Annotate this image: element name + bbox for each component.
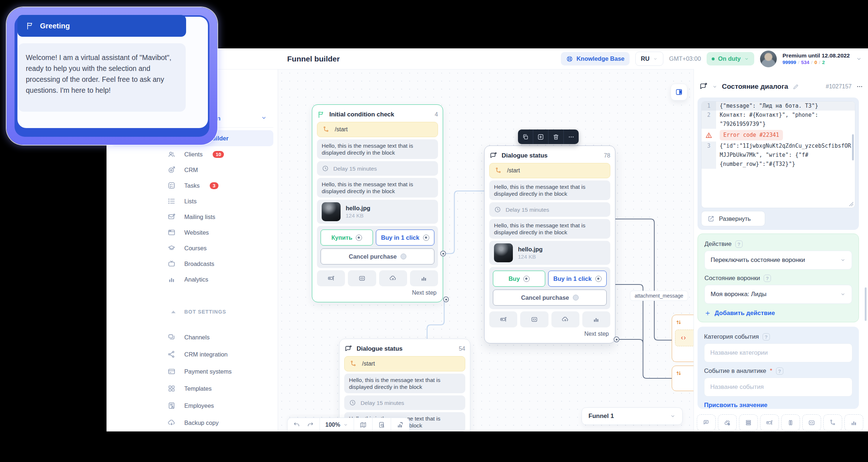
message-block[interactable]: Hello, this is the message text that is … <box>317 139 438 159</box>
add-list-button[interactable] <box>739 414 758 431</box>
flow-block-dialogue-status[interactable]: Dialogue status 78 /start Hello, this is… <box>484 146 615 343</box>
wire-label[interactable]: attachment_message <box>630 291 688 301</box>
connector-circle-icon[interactable] <box>573 295 579 300</box>
code-line[interactable]: 1 {"message": "Лид на бота. ТЗ"} <box>702 101 855 111</box>
sidebar-item-clients[interactable]: Clients 10 <box>168 146 277 162</box>
mini-block-sheets[interactable] <box>672 315 694 362</box>
resize-handle-icon[interactable] <box>849 202 853 206</box>
message-block[interactable]: Hello, this is the message text that is … <box>344 374 465 393</box>
sidebar-item-analytics[interactable]: Analytics <box>168 271 277 287</box>
trigger-start[interactable]: /start <box>317 122 438 137</box>
flow-block-initial-condition[interactable]: Initial condition check 4 /start Hello, … <box>312 104 443 302</box>
connector-radio-icon[interactable] <box>523 276 530 282</box>
analytics-event-input[interactable] <box>704 378 852 397</box>
rename-tool-button[interactable] <box>489 311 517 327</box>
attachment-block[interactable]: hello.jpg 124 KB <box>489 241 610 265</box>
rename-tool-button[interactable] <box>317 270 345 286</box>
avatar[interactable] <box>760 51 777 67</box>
funnel-selector[interactable]: Funnel 1 <box>582 407 683 425</box>
sidebar-item-channels[interactable]: Channels <box>168 329 277 345</box>
message-block[interactable]: Hello, this is the message text that is … <box>317 178 438 198</box>
cancel-purchase-button[interactable]: Cancel purchase <box>321 248 434 264</box>
ellipsis-icon[interactable] <box>856 83 863 90</box>
funnel-canvas[interactable]: attachment_message Initial condition che… <box>278 69 694 431</box>
add-branch-button[interactable] <box>823 414 842 431</box>
toggle-panel-button[interactable] <box>671 84 687 100</box>
code-slot[interactable] <box>675 330 694 346</box>
sidebar-item-broadcasts[interactable]: Broadcasts <box>168 256 277 272</box>
stats-tool-button[interactable] <box>582 311 610 327</box>
redo-icon[interactable] <box>307 421 314 429</box>
delay-block[interactable]: Delay 15 minutes <box>489 202 610 217</box>
add-code-button[interactable] <box>802 414 821 431</box>
add-field-button[interactable] <box>760 414 779 431</box>
connector-port[interactable] <box>614 336 619 342</box>
add-message-button[interactable] <box>697 414 716 431</box>
connector-port[interactable] <box>443 296 449 302</box>
chevron-down-icon[interactable] <box>712 84 718 89</box>
refresh-stats-button[interactable] <box>391 418 409 431</box>
delay-block[interactable]: Delay 15 minutes <box>344 395 465 410</box>
help-icon[interactable]: ? <box>764 275 771 282</box>
pencil-icon[interactable] <box>792 83 799 90</box>
message-block[interactable]: Hello, this is the message text that is … <box>489 219 610 239</box>
sidebar-item-crm[interactable]: CRM <box>168 162 277 178</box>
attachment-block[interactable]: hello.jpg 124 KB <box>317 200 438 224</box>
trigger-start[interactable]: /start <box>344 356 465 371</box>
add-action-link[interactable]: Добавить действие <box>704 310 852 317</box>
account-chevron-icon[interactable] <box>856 56 862 62</box>
funnel-state-select[interactable]: Моя воронка: Лиды <box>704 285 852 304</box>
sidebar-item-backup-copy[interactable]: Backup copy <box>168 415 277 431</box>
zoom-dropdown[interactable]: 100% <box>320 418 354 431</box>
undo-icon[interactable] <box>293 421 300 429</box>
code-line[interactable]: 2 Контакт: #{Контакт}", "phone": "792619… <box>702 111 855 129</box>
sidebar-item-mailing-lists[interactable]: Mailing lists <box>168 209 277 225</box>
popup-header[interactable]: Greeting <box>17 15 186 37</box>
sidebar-item-websites[interactable]: Websites <box>168 224 277 240</box>
help-icon[interactable]: ? <box>763 333 770 340</box>
buy-one-click-button[interactable]: Buy in 1 click <box>548 271 607 287</box>
next-step[interactable]: Next step <box>489 330 610 338</box>
sidebar-item-tasks[interactable]: Tasks 3 <box>168 178 277 194</box>
help-icon[interactable]: ? <box>735 240 743 248</box>
connector-circle-icon[interactable] <box>401 254 406 259</box>
sidebar-item-lists[interactable]: Lists <box>168 193 277 209</box>
knowledge-base-button[interactable]: Knowledge Base <box>561 52 630 65</box>
greeting-popup[interactable]: Greeting Welcome! I am a virtual assista… <box>7 7 217 145</box>
buy-one-click-button[interactable]: Buy in 1 click <box>376 230 434 246</box>
help-icon[interactable]: ? <box>776 367 783 375</box>
connector-port[interactable] <box>440 251 446 256</box>
action-select[interactable]: Переключить состояние воронки <box>704 251 852 270</box>
sidebar-item-templates[interactable]: Templates <box>168 381 277 397</box>
upload-tool-button[interactable] <box>379 270 407 286</box>
scrollbar-thumb[interactable] <box>852 134 854 160</box>
sidebar-item-employees[interactable]: Employees <box>168 398 277 414</box>
buy-button[interactable]: Купить <box>321 230 373 246</box>
sidebar-item-courses[interactable]: Courses <box>168 240 277 256</box>
code-tool-button[interactable] <box>520 311 548 327</box>
add-block-button[interactable] <box>533 130 548 144</box>
add-chart-button[interactable] <box>844 414 863 431</box>
code-tool-button[interactable] <box>348 270 376 286</box>
copy-block-button[interactable] <box>518 130 533 144</box>
event-category-input[interactable] <box>704 343 852 362</box>
connector-radio-icon[interactable] <box>356 235 362 241</box>
assign-value-link[interactable]: Присвоить значение <box>704 402 852 409</box>
delay-block[interactable]: Delay 15 minutes <box>317 161 438 176</box>
message-block[interactable]: Hello, this is the message text that is … <box>489 180 610 200</box>
panel-scrollbar-thumb[interactable] <box>865 287 867 321</box>
minimap-button[interactable] <box>354 418 372 431</box>
code-line[interactable]: 3 {"id":"1IjwbxgNuKt2qZdnCu_yzcebScfibsf… <box>702 142 855 169</box>
code-editor[interactable]: 1 {"message": "Лид на бота. ТЗ"} 2 Конта… <box>701 101 855 208</box>
search-blocks-button[interactable] <box>373 418 391 431</box>
chevron-down-icon[interactable] <box>261 115 267 121</box>
expand-code-button[interactable]: Развернуть <box>701 211 765 226</box>
sidebar-item-payment-systems[interactable]: Payment systems <box>168 363 277 379</box>
add-attachment-button[interactable] <box>718 414 737 431</box>
stats-tool-button[interactable] <box>410 270 438 286</box>
cancel-purchase-button[interactable]: Cancel purchase <box>493 290 607 306</box>
sidebar-item-crm-integration[interactable]: CRM integration <box>168 346 277 362</box>
connector-radio-icon[interactable] <box>595 276 602 282</box>
connector-radio-icon[interactable] <box>423 235 429 241</box>
buy-button[interactable]: Buy <box>493 271 545 287</box>
